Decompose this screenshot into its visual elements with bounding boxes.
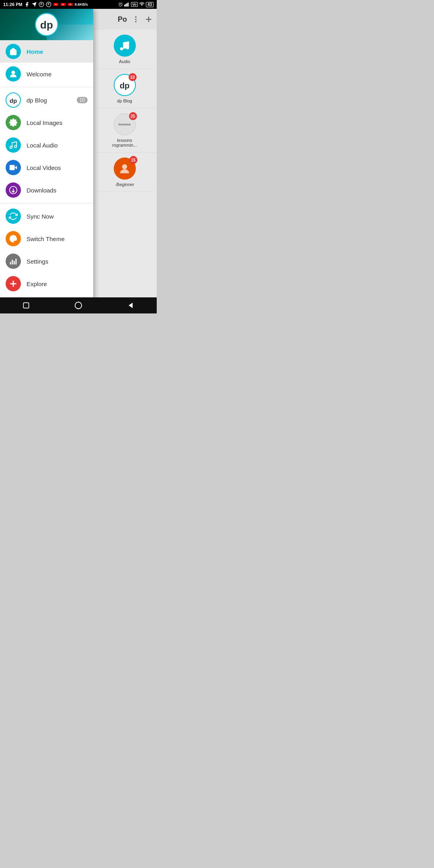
video-icon [9, 163, 18, 172]
battery: 43 [146, 2, 154, 7]
beginner-icon-circle: 15 [114, 158, 136, 180]
bg-app-header: Po [92, 9, 157, 30]
sidebar-item-sync-now[interactable]: Sync Now [0, 205, 93, 227]
theme-icon-bg [6, 231, 21, 246]
sidebar-item-local-videos[interactable]: Local Videos [0, 156, 93, 179]
settings-label: Settings [27, 258, 88, 265]
svg-rect-32 [14, 261, 15, 264]
svg-text:P: P [47, 3, 49, 6]
svg-point-35 [75, 302, 82, 309]
home-icon-bg [6, 44, 21, 59]
sidebar-item-home[interactable]: Home [0, 40, 93, 63]
downloads-icon-bg [6, 182, 21, 198]
local-videos-icon-bg [6, 160, 21, 175]
beginner-badge: 15 [129, 156, 137, 164]
download-icon [9, 186, 18, 194]
divider-1 [0, 87, 93, 87]
audio-label: Audio [119, 59, 130, 64]
sidebar-item-dp-blog[interactable]: dp dp Blog 10 [0, 89, 93, 111]
theme-icon [9, 234, 18, 243]
beginner-label: -Beginner [115, 182, 134, 187]
svg-text:dp: dp [40, 19, 53, 31]
sync-now-label: Sync Now [27, 213, 88, 220]
equalizer-icon [9, 257, 18, 266]
status-left: 11:26 PM P P 8.6KB/s [3, 2, 88, 7]
wifi-icon [139, 2, 145, 7]
explore-label: Explore [27, 280, 88, 287]
sidebar-item-switch-theme[interactable]: Switch Theme [0, 227, 93, 250]
dp-blog-label: dp Blog [27, 97, 71, 104]
signal-icon [124, 2, 130, 7]
youtube2-icon [60, 2, 66, 7]
more-icon[interactable] [132, 15, 140, 23]
svg-text:dp: dp [120, 81, 130, 90]
bottom-nav-bar [0, 297, 157, 313]
local-audio-icon-bg [6, 137, 21, 153]
svg-rect-13 [127, 3, 127, 6]
drawer-dp-logo: dp [35, 12, 59, 37]
home-label: Home [27, 48, 88, 55]
drawer-header: dp [0, 9, 93, 40]
back-button[interactable] [119, 297, 143, 313]
sidebar-item-downloads[interactable]: Downloads [0, 179, 93, 201]
gear-icon [9, 118, 18, 127]
lessons-label: lessonsrogrammin... [112, 138, 137, 147]
person-icon [9, 70, 18, 78]
audio-icon-circle [114, 35, 136, 57]
bg-header-title: Po [118, 15, 127, 24]
svg-rect-14 [128, 2, 129, 6]
plus-icon [9, 279, 18, 288]
dp-blog-badge: 10 [77, 97, 88, 103]
welcome-icon-bg [6, 66, 21, 82]
bg-blog-item[interactable]: 10 dp dp Blog [92, 69, 157, 108]
youtube3-icon [68, 2, 73, 7]
svg-rect-33 [16, 259, 17, 265]
bg-audio-item[interactable]: Audio [92, 30, 157, 69]
drawer-menu: Home Welcome dp dp Blog 10 Local I [0, 40, 93, 313]
blog-badge: 10 [129, 73, 137, 81]
dp-blog-icon-bg: dp [6, 92, 21, 108]
alarm-icon [118, 2, 123, 7]
downloads-label: Downloads [27, 187, 88, 194]
sync-icon [9, 212, 18, 221]
facebook-icon [24, 2, 30, 7]
local-images-icon-bg [6, 115, 21, 130]
svg-point-17 [135, 16, 136, 18]
sidebar-item-local-images[interactable]: Local Images [0, 111, 93, 134]
music-note-icon [119, 40, 131, 52]
welcome-label: Welcome [27, 71, 88, 78]
circle-icon [74, 301, 83, 310]
svg-marker-36 [129, 303, 133, 308]
add-icon[interactable] [145, 15, 153, 23]
sidebar-item-local-audio[interactable]: Local Audio [0, 134, 93, 156]
home-button[interactable] [66, 297, 90, 313]
settings-icon-bg [6, 254, 21, 269]
home-icon [9, 47, 18, 56]
sidebar-item-settings[interactable]: Settings [0, 250, 93, 272]
sidebar-item-explore[interactable]: Explore [0, 272, 93, 295]
explore-icon-bg [6, 276, 21, 291]
svg-rect-30 [10, 262, 11, 264]
youtube-icon [53, 2, 59, 7]
volte-icon: Vo [131, 2, 138, 7]
svg-rect-34 [23, 303, 29, 308]
switch-theme-label: Switch Theme [27, 235, 88, 242]
recent-apps-button[interactable] [14, 297, 38, 313]
svg-point-21 [122, 164, 127, 169]
svg-rect-11 [124, 5, 125, 7]
local-videos-label: Local Videos [27, 164, 88, 171]
svg-point-19 [135, 21, 136, 22]
lessons-badge: 25 [129, 112, 137, 120]
blog-icon-circle: 10 dp [114, 74, 136, 96]
beginner-icon [119, 163, 131, 175]
local-audio-label: Local Audio [27, 142, 88, 149]
bg-lessons-item[interactable]: 25 lessons lessonsrogrammin... [92, 108, 157, 153]
time: 11:26 PM [3, 2, 23, 7]
bg-beginner-item[interactable]: 15 -Beginner [92, 153, 157, 192]
svg-text:P: P [40, 3, 42, 6]
divider-2 [0, 203, 93, 203]
pinterest-icon: P [39, 2, 44, 7]
svg-point-18 [135, 18, 136, 20]
sidebar-item-welcome[interactable]: Welcome [0, 63, 93, 85]
status-right: Vo 43 [118, 2, 154, 7]
